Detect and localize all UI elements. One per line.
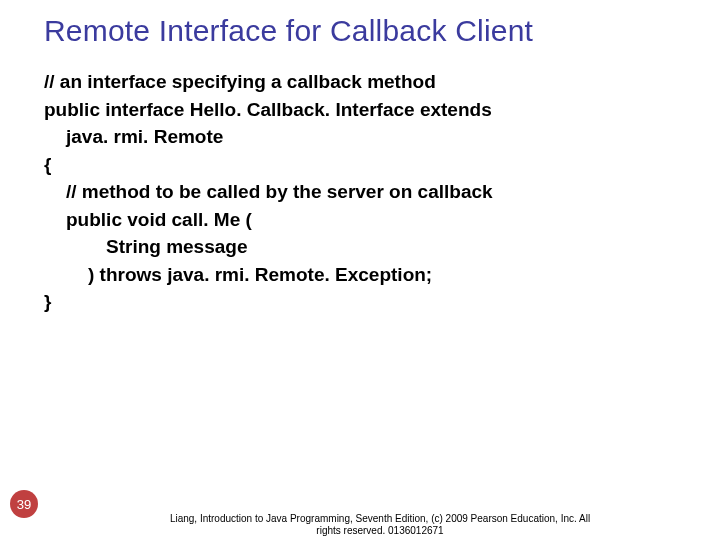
slide: Remote Interface for Callback Client // … — [0, 0, 720, 540]
footer-citation: Liang, Introduction to Java Programming,… — [100, 513, 660, 536]
code-line: public void call. Me ( — [44, 206, 690, 234]
code-block: // an interface specifying a callback me… — [44, 68, 690, 316]
code-line: java. rmi. Remote — [44, 123, 690, 151]
footer-line: rights reserved. 0136012671 — [100, 525, 660, 537]
code-line: } — [44, 288, 690, 316]
page-number-badge: 39 — [10, 490, 38, 518]
code-line: // method to be called by the server on … — [44, 178, 690, 206]
code-line: public interface Hello. Callback. Interf… — [44, 96, 690, 124]
slide-title: Remote Interface for Callback Client — [44, 14, 700, 48]
footer-line: Liang, Introduction to Java Programming,… — [100, 513, 660, 525]
code-line: { — [44, 151, 690, 179]
code-line: // an interface specifying a callback me… — [44, 68, 690, 96]
code-line: String message — [44, 233, 690, 261]
code-line: ) throws java. rmi. Remote. Exception; — [44, 261, 690, 289]
